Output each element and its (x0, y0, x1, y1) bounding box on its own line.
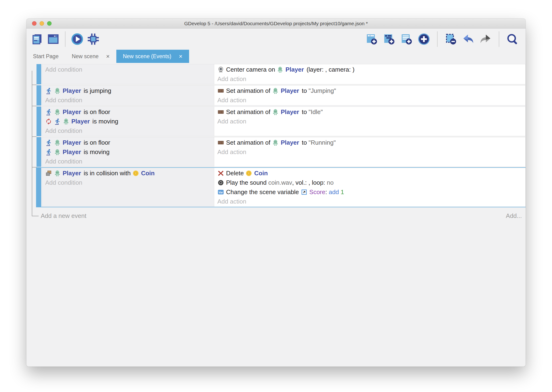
delete-event-icon (444, 33, 457, 45)
add-condition-button[interactable]: Add condition (42, 178, 214, 187)
add-subevent-icon (383, 33, 395, 45)
text: (layer: , camera: ) (305, 66, 354, 73)
text: Play the sound (226, 179, 268, 186)
player-icon (54, 139, 61, 146)
event-row[interactable]: Player is jumpingAdd conditionSet animat… (36, 85, 526, 105)
action-line[interactable]: Delete Coin (214, 168, 525, 178)
platformer-icon (45, 109, 52, 115)
tab-label: Start Page (33, 53, 59, 60)
minimize-button[interactable] (40, 21, 44, 26)
close-tab-icon[interactable]: × (179, 53, 182, 59)
toolbar-right-group (365, 31, 519, 47)
action-line[interactable]: Set animation of Player to "Running" (214, 138, 525, 147)
add-comment-icon (400, 33, 413, 45)
text: to (300, 108, 309, 116)
tree-line (32, 216, 39, 216)
add-condition-button[interactable]: Add condition (42, 95, 214, 105)
action-line[interactable]: Center camera on Player (layer: , camera… (214, 65, 525, 74)
coin-icon (132, 170, 139, 177)
action-line[interactable]: Set animation of Player to "Idle" (214, 107, 525, 117)
event-drag-handle[interactable] (36, 137, 41, 167)
add-subevent-button[interactable] (382, 32, 396, 47)
player-icon (54, 170, 61, 177)
add-event-button[interactable] (365, 32, 379, 47)
event-drag-handle[interactable] (36, 168, 41, 207)
close-tab-icon[interactable]: × (106, 53, 110, 59)
add-action-button[interactable]: Add action (214, 117, 525, 126)
action-line[interactable]: Play the sound coin.wav, vol.: , loop: n… (214, 178, 525, 187)
object-name: Player (63, 87, 81, 94)
condition-line[interactable]: Player is on floor (42, 107, 214, 117)
event-panel: Player is jumpingAdd conditionSet animat… (42, 85, 526, 105)
animation-icon (217, 109, 224, 115)
add-action-button[interactable]: Add action (214, 95, 525, 105)
condition-line[interactable]: Player is jumping (42, 86, 214, 95)
project-manager-icon (31, 33, 44, 45)
text: is on floor (82, 108, 110, 116)
redo-button[interactable] (478, 32, 493, 47)
add-condition-button[interactable]: Add condition (42, 65, 214, 74)
event-drag-handle[interactable] (36, 64, 41, 84)
player-icon (272, 87, 279, 94)
collision-icon (45, 170, 52, 177)
text: is on floor (82, 139, 110, 146)
event-row[interactable]: Add conditionCenter camera on Player (la… (36, 64, 526, 84)
tree-line (32, 106, 36, 106)
text: is in collision with (82, 170, 132, 177)
event-row[interactable]: Player is on floorPlayer is movingAdd co… (36, 106, 526, 136)
add-comment-button[interactable] (399, 32, 414, 47)
search-icon (506, 33, 519, 45)
preview-button[interactable] (70, 32, 84, 47)
add-action-button[interactable]: Add action (214, 147, 525, 157)
add-condition-button[interactable]: Add condition (42, 126, 214, 135)
tree-line (32, 71, 32, 216)
action-line[interactable]: VarChange the scene variable Score: add … (214, 187, 525, 197)
condition-line[interactable]: Player is moving (42, 117, 214, 126)
undo-button[interactable] (461, 32, 475, 47)
variable-icon: Var (217, 189, 224, 196)
player-icon (63, 118, 69, 125)
add-circle-button[interactable] (417, 32, 431, 47)
text: is jumping (82, 87, 111, 94)
add-condition-button[interactable]: Add condition (42, 157, 214, 166)
platformer-icon (45, 87, 52, 94)
close-button[interactable] (32, 21, 36, 26)
add-action-button[interactable]: Add action (214, 74, 525, 84)
action-line[interactable]: Set animation of Player to "Jumping" (214, 86, 525, 95)
tree-line (32, 136, 36, 137)
player-icon (54, 109, 61, 115)
number-value: 1 (341, 189, 344, 196)
object-name: Player (63, 170, 81, 177)
add-action-button[interactable]: Add action (214, 197, 525, 206)
operator: add (329, 189, 339, 196)
condition-line[interactable]: Player is in collision with Coin (42, 168, 214, 178)
event-row[interactable]: Player is on floorPlayer is movingAdd co… (36, 137, 526, 167)
actions-cell: Center camera on Player (layer: , camera… (214, 64, 525, 84)
delete-event-button[interactable] (444, 32, 458, 47)
search-button[interactable] (505, 32, 519, 47)
scene-editor-button[interactable] (46, 32, 60, 47)
object-name: Player (281, 108, 299, 116)
string-value: "Jumping" (309, 87, 336, 94)
condition-line[interactable]: Player is on floor (42, 138, 214, 147)
condition-line[interactable]: Player is moving (42, 147, 214, 157)
object-name: Player (63, 139, 81, 146)
event-drag-handle[interactable] (36, 106, 41, 136)
project-manager-button[interactable] (30, 32, 44, 47)
text: Set animation of (226, 87, 272, 94)
add-new-event-button[interactable]: Add a new event (41, 212, 86, 220)
add-more-button[interactable]: Add... (506, 212, 522, 220)
zoom-button[interactable] (47, 21, 52, 26)
text: Set animation of (226, 139, 272, 146)
toolbar-left-group (30, 31, 100, 47)
debug-button[interactable] (86, 32, 100, 47)
tab-start-page[interactable]: Start Page (26, 50, 65, 63)
text: : (325, 189, 329, 196)
event-drag-handle[interactable] (36, 85, 41, 105)
tab-new-scene[interactable]: New scene × (65, 50, 116, 63)
add-circle-icon (418, 33, 430, 45)
event-row[interactable]: Player is in collision with CoinAdd cond… (36, 168, 526, 207)
window-title: GDevelop 5 - /Users/david/Documents/GDev… (26, 21, 526, 26)
player-icon (272, 139, 279, 146)
tab-new-scene-events[interactable]: New scene (Events) × (116, 50, 189, 63)
